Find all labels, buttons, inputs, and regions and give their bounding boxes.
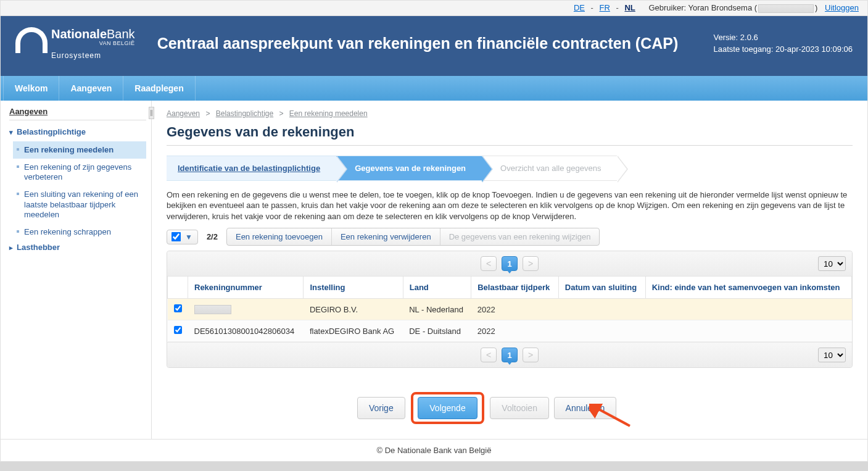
sidebar: ‖ Aangeven Belastingplichtige Een rekeni… <box>1 101 152 440</box>
table-row[interactable]: DE56101308001042806034 flatexDEGIRO Bank… <box>168 320 852 342</box>
logout-link[interactable]: Uitloggen <box>825 3 859 12</box>
lang-nl-link[interactable]: NL <box>624 3 635 12</box>
crumb-meedelen[interactable]: Een rekening meedelen <box>289 109 368 118</box>
finish-button: Voltooien <box>490 397 549 419</box>
col-kind[interactable]: Kind: einde van het samenvoegen van inko… <box>645 277 851 299</box>
wizard-step-1[interactable]: Identificatie van de belastingplichtige <box>167 156 336 181</box>
selection-counter: 2/2 <box>207 232 218 241</box>
prev-button[interactable]: Vorige <box>357 397 405 419</box>
table-toolbar: ▼ 2/2 Een rekening toevoegen Een rekenin… <box>167 228 853 246</box>
instructions-text: Om een rekening en de gegevens die u wen… <box>167 190 853 222</box>
cell-country: DE - Duitsland <box>403 320 471 342</box>
lang-fr-link[interactable]: FR <box>600 3 610 12</box>
table-row[interactable]: DEGIRO B.V. NL - Nederland 2022 <box>168 299 852 320</box>
tab-welkom[interactable]: Welkom <box>3 76 59 101</box>
pager-next-button: > <box>523 348 539 362</box>
page-size-select-bottom[interactable]: 10 <box>818 348 846 362</box>
pager-next-button: > <box>523 256 539 271</box>
cell-inst: flatexDEGIRO Bank AG <box>304 320 403 342</box>
cell-number: DE56101308001042806034 <box>188 320 304 342</box>
logo-arch-icon <box>15 27 48 53</box>
cell-inst: DEGIRO B.V. <box>304 299 403 320</box>
sidebar-item-verbeteren[interactable]: Een rekening of zijn gegevens verbeteren <box>13 159 146 186</box>
sidebar-node-belastingplichtige[interactable]: Belastingplichtige <box>9 125 146 141</box>
wizard-actions: Vorige Volgende Voltooien Annuleren <box>167 386 853 424</box>
cell-period: 2022 <box>471 320 559 342</box>
pager-prev-button: < <box>481 256 497 271</box>
sidebar-item-schrappen[interactable]: Een rekening schrappen <box>13 223 146 241</box>
footer-copyright: © De Nationale Bank van België <box>1 439 867 461</box>
header-banner: NationaleBank VAN BELGIË Eurosysteem Cen… <box>1 16 867 76</box>
col-period[interactable]: Belastbaar tijdperk <box>471 277 559 299</box>
main-tabs: Welkom Aangeven Raadplegen <box>1 76 867 101</box>
select-all-checkbox[interactable] <box>172 232 181 242</box>
sidebar-node-lasthebber[interactable]: Lasthebber <box>9 241 146 257</box>
tab-aangeven[interactable]: Aangeven <box>59 76 123 101</box>
col-closed[interactable]: Datum van sluiting <box>558 277 645 299</box>
svg-line-0 <box>595 407 630 426</box>
edit-account-button: De gegevens van een rekening wijzigen <box>440 228 600 245</box>
banner-meta: Versie: 2.0.6 Laatste toegang: 20-apr-20… <box>713 31 853 56</box>
cell-country: NL - Nederland <box>403 299 471 320</box>
user-redacted-info: () <box>754 3 818 12</box>
wizard-steps: Identificatie van de belastingplichtige … <box>167 156 853 181</box>
user-label: Gebruiker: Yoran Brondsema () <box>648 3 820 12</box>
annotation-highlight: Volgende <box>411 392 484 424</box>
cell-period: 2022 <box>471 299 559 320</box>
pager-current-page[interactable]: 1 <box>502 348 518 362</box>
select-menu-caret-icon[interactable]: ▼ <box>185 233 192 241</box>
page-title: Gegevens van de rekeningen <box>167 124 853 146</box>
crumb-belastingplichtige[interactable]: Belastingplichtige <box>216 109 273 118</box>
cell-closed <box>558 299 645 320</box>
pager-top: < 1 > 10 <box>167 251 852 276</box>
next-button[interactable]: Volgende <box>418 397 477 419</box>
cell-kind <box>645 299 851 320</box>
annotation-arrow-icon <box>589 404 632 428</box>
pager-prev-button: < <box>481 348 497 362</box>
page-size-select-top[interactable]: 10 <box>818 256 846 271</box>
tab-raadplegen[interactable]: Raadplegen <box>123 76 195 101</box>
accounts-table-panel: < 1 > 10 Rekeningnummer Instelling Land <box>167 251 853 368</box>
select-all-control[interactable]: ▼ <box>167 230 198 244</box>
remove-account-button[interactable]: Een rekening verwijderen <box>332 228 440 245</box>
row-checkbox[interactable] <box>174 304 182 312</box>
row-checkbox[interactable] <box>174 326 182 334</box>
sidebar-collapse-handle[interactable]: ‖ <box>149 107 154 119</box>
col-inst[interactable]: Instelling <box>304 277 403 299</box>
cell-number <box>188 299 304 320</box>
pager-bottom: < 1 > 10 <box>167 342 852 367</box>
lang-de-link[interactable]: DE <box>574 3 585 12</box>
wizard-step-2[interactable]: Gegevens van de rekeningen <box>336 156 482 181</box>
top-bar: DE - FR - NL Gebruiker: Yoran Brondsema … <box>1 1 867 16</box>
crumb-aangeven[interactable]: Aangeven <box>167 109 200 118</box>
col-number[interactable]: Rekeningnummer <box>188 277 304 299</box>
breadcrumb: Aangeven > Belastingplichtige > Een reke… <box>167 109 853 118</box>
cell-kind <box>645 320 851 342</box>
add-account-button[interactable]: Een rekening toevoegen <box>227 228 332 245</box>
sidebar-item-meedelen[interactable]: Een rekening meedelen <box>13 141 146 159</box>
cell-closed <box>558 320 645 342</box>
redacted-value <box>194 305 231 314</box>
sidebar-item-sluiting[interactable]: Een sluiting van rekening of een laatste… <box>13 186 146 223</box>
bank-logo: NationaleBank VAN BELGIË Eurosysteem <box>15 27 135 60</box>
app-title: Centraal aanspreekpunt van rekeningen en… <box>157 35 714 52</box>
main-content: Aangeven > Belastingplichtige > Een reke… <box>152 101 867 440</box>
col-country[interactable]: Land <box>403 277 471 299</box>
wizard-step-3: Overzicht van alle gegevens <box>482 156 617 181</box>
sidebar-heading: Aangeven <box>9 107 146 120</box>
accounts-table: Rekeningnummer Instelling Land Belastbaa… <box>167 276 852 342</box>
pager-current-page[interactable]: 1 <box>502 256 518 271</box>
